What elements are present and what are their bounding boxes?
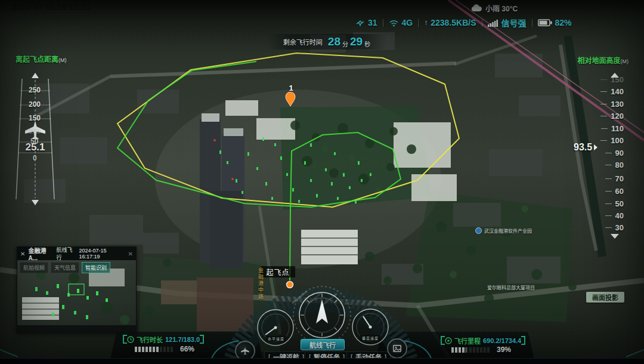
drone-flight-app: 1 起飞点 武汉金融港软件产业园 爱尔眼科总部大厦项目 金融港中路 2024-0… [0,0,644,364]
altitude-readout: 93.5 [574,142,597,153]
flight-duration-value: 121.7/183.0 [165,336,200,343]
video-panel-title: 金融港A... [28,246,53,261]
flight-mileage-percent: 39% [497,346,511,354]
flight-mileage-label: 飞行里程 [454,336,481,346]
scale-tick: 40 [615,211,624,220]
flight-duration-label: 飞行时长 [137,335,163,344]
right-dial-label: 垂直速度 [360,335,380,341]
upload-arrow-icon: ↑ [424,18,428,27]
link-rate-status: ↑ 2238.5KB/S [424,18,476,27]
altitude-scale-title: 相对地面高度(M) [571,55,628,65]
scale-tick: 70 [615,174,624,183]
scale-tick: 120 [611,112,624,121]
wifi-icon [389,18,399,27]
altitude-pointer-icon [594,144,597,150]
flight-duration-stat: 飞行时长 121.7/183.0 [123,335,204,344]
distance-scale-title: 离起飞点距离(M) [16,54,67,64]
battery-percent: 82% [555,18,572,27]
progress-fill [135,347,160,352]
scale-tick: 110 [611,124,624,133]
bottom-frame-bar [0,358,644,364]
distance-scale: 250 200 150 100 50 0 25.1 [12,70,58,208]
flight-route [117,61,401,210]
tab-smart-recognition[interactable]: 智能识别 [82,262,110,273]
cloud-icon [471,4,482,12]
remaining-time-label: 剩余飞行时间 [283,37,323,47]
detection-marks [219,137,371,203]
screen-projection-button[interactable]: 画面投影 [586,292,624,303]
takeoff-point-label: 起飞点 [261,266,295,277]
signal-label: 信号强 [501,17,527,29]
photo-icon [393,345,401,352]
map-poi-label: 爱尔眼科总部大厦项目 [487,284,535,291]
flight-mileage-progress: 39% [451,346,511,354]
flight-mileage-stat: 飞行里程 690.2/1734.4 [441,336,525,345]
progress-fill [451,347,466,353]
satellite-count: 31 [368,18,377,27]
video-panel-timestamp: 2024-07-15 16:17:19 [79,248,125,260]
flight-duration-percent: 66% [180,345,194,353]
satellite-icon [355,18,365,27]
flight-mileage-value: 690.2/1734.4 [483,337,521,344]
remaining-flight-time: 剩余飞行时间 28 分 29 秒 [267,34,386,50]
scale-tick: 80 [615,161,624,169]
signal-status: 信号强 [488,17,527,29]
video-feed-panel[interactable]: ✕ 金融港A... 航线飞行 2024-07-15 16:17:19 ✕ 航拍视… [17,246,137,333]
network-status: 4G [389,18,413,27]
scale-tick: 30 [615,223,624,232]
scale-tick: 60 [615,187,624,196]
satellite-status: 31 [355,18,377,27]
signal-bars-icon [488,19,499,27]
weather-widget: 小雨 30°C [471,3,518,13]
scale-down-arrow [611,234,619,239]
network-type: 4G [402,18,413,27]
battery-status: 82% [538,18,572,27]
flight-mode-button[interactable]: 航线飞行 [301,339,345,350]
scale-tick: 90 [615,149,624,158]
video-panel-tabs: 航拍视频 天气信息 智能识别 [20,262,110,273]
tab-weather-info[interactable]: 天气信息 [51,262,79,273]
scale-tick: 50 [615,199,624,208]
scale-tick: 200 [29,100,41,109]
scale-tick: 100 [29,127,41,135]
plane-icon [240,346,250,356]
waypoint-number[interactable]: 1 [286,84,296,92]
link-rate: 2238.5KB/S [431,18,476,27]
video-panel-header[interactable]: ✕ 金融港A... 航线飞行 2024-07-15 16:17:19 ✕ [17,247,136,260]
altitude-scale: 150 140 130 120 110 100 90 80 70 60 50 4… [593,70,628,243]
scale-tick: 140 [611,87,624,96]
capture-button[interactable] [387,338,407,359]
scale-tick: 250 [29,86,41,94]
scale-tick: 0 [33,154,37,162]
status-bar: 31 4G ↑ 2238.5KB/S [355,17,606,29]
map-poi-label: 武汉金融港软件产业园 [475,227,532,234]
left-dial-label: 水平速度 [266,336,286,341]
flight-duration-progress: 66% [135,345,194,353]
remaining-seconds: 29 [350,35,363,48]
remaining-minutes: 28 [328,35,340,48]
scale-tick: 100 [611,136,624,145]
clock-icon [127,336,134,343]
video-panel-footer [17,325,136,332]
waypoint-pin-icon [286,92,295,106]
distance-value: 25.1 [22,141,48,153]
scale-tick: 150 [611,75,624,84]
close-icon[interactable]: ✕ [128,251,133,257]
system-timestamp: 2024-07-15 16:17:21 [12,3,91,12]
scale-tick: 130 [611,100,624,109]
scale-tick: 150 [29,114,41,122]
battery-icon [538,19,552,26]
poi-icon [475,227,482,234]
tab-aerial-video[interactable]: 航拍视频 [20,262,48,273]
close-icon[interactable]: ✕ [20,251,25,257]
weather-label: 小雨 30°C [485,3,518,13]
altitude-value: 93.5 [574,142,592,153]
video-panel-mode: 航线飞行 [56,246,76,261]
